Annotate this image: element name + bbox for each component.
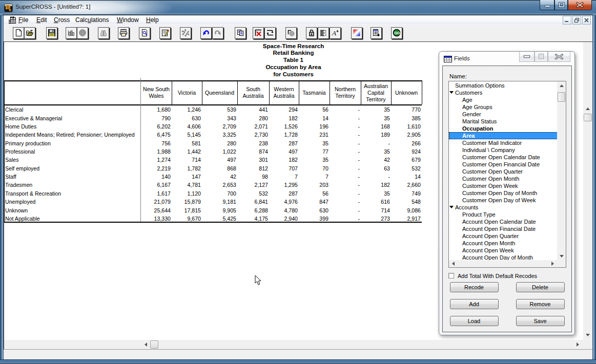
svg-text:A: A xyxy=(332,29,336,37)
svg-text:GO: GO xyxy=(394,31,400,35)
